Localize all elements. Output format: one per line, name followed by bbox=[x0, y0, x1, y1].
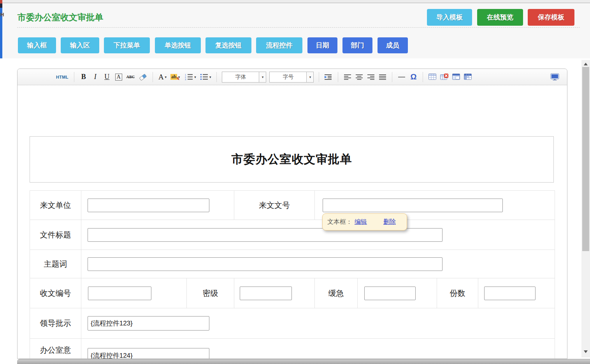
strikethrough-button[interactable]: ABC bbox=[126, 72, 135, 83]
field-label: 密级 bbox=[187, 278, 234, 308]
online-preview-button[interactable]: 在线预览 bbox=[477, 9, 523, 26]
vertical-scrollbar[interactable] bbox=[581, 60, 590, 357]
edit-link[interactable]: 编辑 bbox=[355, 218, 367, 226]
secrecy-level-input[interactable] bbox=[240, 287, 292, 300]
font-family-select[interactable]: 字体 ▾ bbox=[222, 72, 266, 83]
align-left-button[interactable] bbox=[343, 72, 352, 83]
cell-properties-button[interactable] bbox=[463, 72, 472, 83]
palette-textarea-button[interactable]: 输入区 bbox=[61, 37, 99, 53]
align-justify-button[interactable] bbox=[378, 72, 387, 83]
font-size-select[interactable]: 字号 ▾ bbox=[269, 72, 314, 83]
keywords-input[interactable] bbox=[88, 257, 442, 271]
toolbar-separator bbox=[423, 72, 423, 82]
italic-button[interactable]: I bbox=[91, 72, 100, 83]
scroll-up-arrow-icon[interactable] bbox=[584, 63, 588, 65]
source-unit-input[interactable] bbox=[88, 199, 209, 212]
caret-down-icon: ▾ bbox=[209, 75, 211, 79]
document-number-input[interactable] bbox=[323, 199, 503, 212]
palette-member-button[interactable]: 成员 bbox=[378, 37, 408, 53]
save-template-button[interactable]: 保存模板 bbox=[528, 9, 574, 26]
receipt-number-input[interactable] bbox=[88, 287, 151, 300]
document-title-box: 市委办公室收文审批单 bbox=[30, 136, 554, 183]
toolbar-separator bbox=[74, 72, 74, 82]
dashed-separator bbox=[17, 27, 580, 28]
field-label: 收文编号 bbox=[30, 278, 81, 308]
field-label: 缓急 bbox=[315, 278, 358, 308]
toolbar-separator bbox=[319, 72, 319, 82]
field-label: 领导批示 bbox=[30, 308, 81, 339]
unordered-list-button[interactable]: ▾ bbox=[199, 72, 212, 83]
bold-button[interactable]: B bbox=[79, 72, 88, 83]
align-center-button[interactable] bbox=[355, 72, 364, 83]
cell-properties-icon bbox=[464, 74, 472, 80]
palette-department-button[interactable]: 部门 bbox=[342, 37, 372, 53]
table-delete-icon bbox=[440, 74, 448, 80]
leader-comments-input[interactable] bbox=[88, 316, 209, 331]
inline-style-button[interactable]: A bbox=[114, 72, 123, 83]
office-opinion-input[interactable] bbox=[88, 348, 209, 359]
toolbar-separator bbox=[153, 72, 153, 82]
remove-format-button[interactable] bbox=[138, 72, 148, 83]
underline-button[interactable]: U bbox=[102, 72, 112, 83]
window-fragment-dark bbox=[0, 4, 2, 8]
scrollbar-thumb[interactable] bbox=[582, 67, 589, 251]
horizontal-rule-button[interactable] bbox=[397, 72, 406, 83]
special-char-button[interactable]: Ω bbox=[409, 72, 418, 83]
top-window-strip bbox=[0, 0, 590, 3]
editor-toolbar: HTML B I U A ABC A ▾ ab✎ ▾ 1 2 bbox=[18, 69, 567, 85]
field-cell bbox=[81, 191, 234, 220]
delete-link[interactable]: 删除 bbox=[383, 218, 396, 226]
monitor-icon bbox=[550, 73, 560, 81]
toolbar-separator bbox=[338, 72, 338, 82]
toolbar-separator bbox=[216, 72, 217, 82]
field-cell bbox=[358, 278, 437, 308]
highlight-color-button[interactable]: ab✎ ▾ bbox=[170, 72, 181, 83]
field-cell bbox=[81, 308, 555, 339]
urgency-input[interactable] bbox=[364, 287, 416, 300]
palette-flow-control-button[interactable]: 流程控件 bbox=[256, 37, 302, 53]
toolbar-separator bbox=[392, 72, 392, 82]
page-title: 市委办公室收文审批单 bbox=[18, 12, 103, 23]
fullscreen-button[interactable] bbox=[550, 72, 560, 83]
unordered-list-icon bbox=[200, 74, 208, 81]
tooltip-label: 文本框： bbox=[327, 218, 352, 226]
window-fragment-red bbox=[0, 0, 2, 4]
palette-input-box-button[interactable]: 输入框 bbox=[18, 37, 56, 53]
caret-down-icon: ▾ bbox=[306, 72, 313, 82]
form-row-keywords: 主题词 bbox=[30, 250, 555, 278]
left-window-strip bbox=[0, 0, 2, 58]
eraser-icon bbox=[139, 74, 147, 81]
ordered-list-icon: 1 2 3 bbox=[185, 74, 193, 81]
field-cell bbox=[478, 278, 555, 308]
document-title: 市委办公室收文审批单 bbox=[232, 151, 352, 167]
caret-down-icon: ▾ bbox=[165, 75, 167, 79]
form-row-source-unit: 来文单位 来文文号 bbox=[30, 191, 555, 220]
align-right-icon bbox=[367, 74, 375, 80]
table-properties-button[interactable] bbox=[451, 72, 461, 83]
palette-date-button[interactable]: 日期 bbox=[307, 37, 337, 53]
field-label: 主题词 bbox=[30, 250, 81, 278]
align-center-icon bbox=[356, 74, 363, 80]
text-color-button[interactable]: A ▾ bbox=[158, 72, 167, 83]
scroll-down-arrow-icon[interactable] bbox=[584, 350, 588, 353]
insert-table-button[interactable] bbox=[428, 72, 437, 83]
field-cell bbox=[81, 278, 187, 308]
palette-radio-button[interactable]: 单选按钮 bbox=[155, 37, 201, 53]
caret-down-icon: ▾ bbox=[194, 75, 196, 79]
align-right-button[interactable] bbox=[366, 72, 376, 83]
field-cell bbox=[81, 250, 555, 278]
palette-checkbox-button[interactable]: 复选按钮 bbox=[205, 37, 251, 53]
indent-button[interactable] bbox=[324, 72, 333, 83]
rich-text-editor: HTML B I U A ABC A ▾ ab✎ ▾ 1 2 bbox=[17, 69, 567, 359]
field-label: 份数 bbox=[437, 278, 478, 308]
import-template-button[interactable]: 导入模板 bbox=[427, 9, 472, 26]
indent-icon bbox=[325, 74, 332, 80]
source-button[interactable]: HTML bbox=[55, 72, 69, 83]
pencil-icon: ✎ bbox=[176, 76, 180, 81]
palette-dropdown-button[interactable]: 下拉菜单 bbox=[104, 37, 150, 53]
delete-table-button[interactable] bbox=[439, 72, 449, 83]
copies-input[interactable] bbox=[484, 287, 536, 300]
ordered-list-button[interactable]: 1 2 3 ▾ bbox=[184, 72, 197, 83]
form-row-leader-comments: 领导批示 bbox=[30, 308, 555, 339]
field-cell bbox=[81, 220, 555, 250]
